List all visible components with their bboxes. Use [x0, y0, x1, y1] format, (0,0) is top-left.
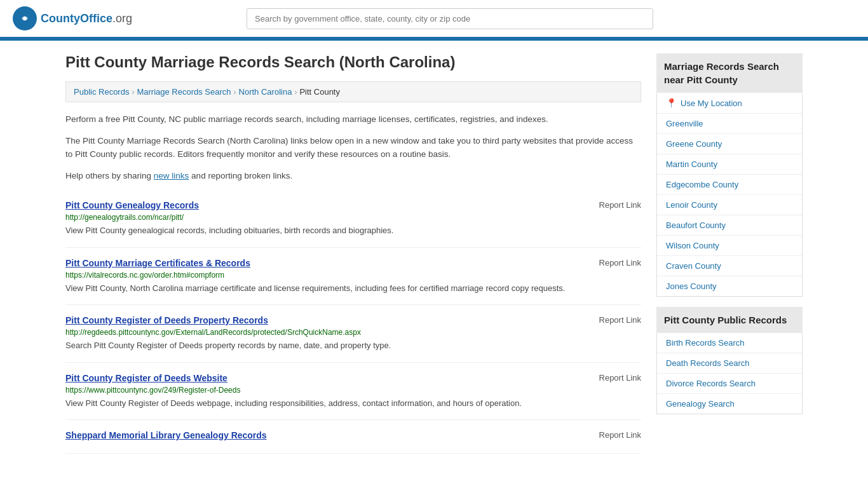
- record-item-header: Pitt County Register of Deeds Property R…: [65, 315, 641, 325]
- report-link[interactable]: Report Link: [599, 430, 641, 440]
- sidebar-link-greene[interactable]: Greene County: [657, 134, 802, 154]
- sidebar-use-location[interactable]: 📍 Use My Location: [657, 93, 802, 114]
- search-bar: [247, 8, 653, 29]
- logo-brand: CountyOffice: [41, 12, 112, 25]
- breadcrumb-pitt-county: Pitt County: [299, 87, 340, 97]
- records-list: Pitt County Genealogy Records Report Lin…: [65, 190, 641, 454]
- report-link[interactable]: Report Link: [599, 200, 641, 210]
- logo-text: CountyOffice.org: [41, 12, 132, 25]
- breadcrumb-sep-2: ›: [234, 88, 236, 97]
- sidebar-public-records-links: Birth Records Search Death Records Searc…: [656, 333, 803, 414]
- search-input[interactable]: [247, 8, 653, 29]
- record-item: Pitt County Marriage Certificates & Reco…: [65, 248, 641, 306]
- record-desc: View Pitt County, North Carolina marriag…: [65, 282, 641, 295]
- sidebar: Marriage Records Search near Pitt County…: [656, 53, 803, 454]
- sidebar-link-lenoir[interactable]: Lenoir County: [657, 195, 802, 215]
- sidebar-link-craven[interactable]: Craven County: [657, 256, 802, 276]
- record-item: Sheppard Memorial Library Genealogy Reco…: [65, 420, 641, 454]
- sidebar-nearby-links: 📍 Use My Location Greenville Greene Coun…: [656, 93, 803, 297]
- record-title[interactable]: Pitt County Register of Deeds Website: [65, 373, 227, 383]
- record-item-header: Sheppard Memorial Library Genealogy Reco…: [65, 430, 641, 440]
- record-item-header: Pitt County Genealogy Records Report Lin…: [65, 200, 641, 210]
- logo-suffix: .org: [112, 12, 132, 25]
- description-3: Help others by sharing new links and rep…: [65, 169, 641, 183]
- sidebar-link-martin[interactable]: Martin County: [657, 154, 802, 175]
- record-desc: View Pitt County genealogical records, i…: [65, 224, 641, 237]
- svg-point-1: [23, 17, 27, 20]
- record-item-header: Pitt County Register of Deeds Website Re…: [65, 373, 641, 383]
- record-desc: Search Pitt County Register of Deeds pro…: [65, 339, 641, 352]
- sidebar-nearby-title: Marriage Records Search near Pitt County: [656, 53, 803, 93]
- description-2: The Pitt County Marriage Records Search …: [65, 134, 641, 161]
- breadcrumb-marriage-records[interactable]: Marriage Records Search: [137, 87, 231, 97]
- record-desc: View Pitt County Register of Deeds webpa…: [65, 397, 641, 410]
- sidebar-link-edgecombe[interactable]: Edgecombe County: [657, 175, 802, 195]
- breadcrumb: Public Records › Marriage Records Search…: [65, 81, 641, 102]
- logo[interactable]: CountyOffice.org: [13, 6, 132, 30]
- sidebar-link-birth-records[interactable]: Birth Records Search: [657, 333, 802, 353]
- location-icon: 📍: [666, 98, 677, 108]
- record-title[interactable]: Pitt County Register of Deeds Property R…: [65, 315, 268, 325]
- desc3-post: and reporting broken links.: [189, 171, 292, 180]
- sidebar-link-wilson[interactable]: Wilson County: [657, 236, 802, 256]
- report-link[interactable]: Report Link: [599, 315, 641, 325]
- record-url[interactable]: https://www.pittcountync.gov/249/Registe…: [65, 386, 641, 395]
- record-item: Pitt County Register of Deeds Website Re…: [65, 363, 641, 421]
- report-link[interactable]: Report Link: [599, 373, 641, 383]
- desc3-pre: Help others by sharing: [65, 171, 154, 180]
- page-title: Pitt County Marriage Records Search (Nor…: [65, 53, 641, 71]
- record-url[interactable]: https://vitalrecords.nc.gov/order.htm#co…: [65, 271, 641, 280]
- sidebar-link-death-records[interactable]: Death Records Search: [657, 353, 802, 374]
- sidebar-link-divorce-records[interactable]: Divorce Records Search: [657, 374, 802, 394]
- sidebar-public-records-title: Pitt County Public Records: [656, 307, 803, 333]
- record-url[interactable]: http://regdeeds.pittcountync.gov/Externa…: [65, 328, 641, 337]
- breadcrumb-sep-1: ›: [132, 88, 134, 97]
- record-title[interactable]: Pitt County Genealogy Records: [65, 200, 199, 210]
- record-item: Pitt County Genealogy Records Report Lin…: [65, 190, 641, 248]
- report-link[interactable]: Report Link: [599, 258, 641, 268]
- record-title[interactable]: Pitt County Marriage Certificates & Reco…: [65, 258, 250, 268]
- content-wrapper: Pitt County Marriage Records Search (Nor…: [53, 41, 815, 466]
- sidebar-link-jones[interactable]: Jones County: [657, 276, 802, 296]
- breadcrumb-sep-3: ›: [294, 88, 297, 97]
- sidebar-link-beaufort[interactable]: Beaufort County: [657, 215, 802, 236]
- record-title[interactable]: Sheppard Memorial Library Genealogy Reco…: [65, 430, 267, 440]
- sidebar-use-location-label: Use My Location: [681, 98, 742, 108]
- record-item-header: Pitt County Marriage Certificates & Reco…: [65, 258, 641, 268]
- record-item: Pitt County Register of Deeds Property R…: [65, 305, 641, 363]
- record-url[interactable]: http://genealogytrails.com/ncar/pitt/: [65, 213, 641, 222]
- sidebar-link-genealogy[interactable]: Genealogy Search: [657, 394, 802, 414]
- new-links-link[interactable]: new links: [154, 171, 189, 180]
- main-content: Pitt County Marriage Records Search (Nor…: [65, 53, 641, 454]
- description-1: Perform a free Pitt County, NC public ma…: [65, 112, 641, 126]
- logo-icon: [13, 6, 37, 30]
- sidebar-link-greenville[interactable]: Greenville: [657, 114, 802, 134]
- breadcrumb-public-records[interactable]: Public Records: [74, 87, 129, 97]
- breadcrumb-north-carolina[interactable]: North Carolina: [239, 87, 292, 97]
- header: CountyOffice.org: [0, 0, 868, 39]
